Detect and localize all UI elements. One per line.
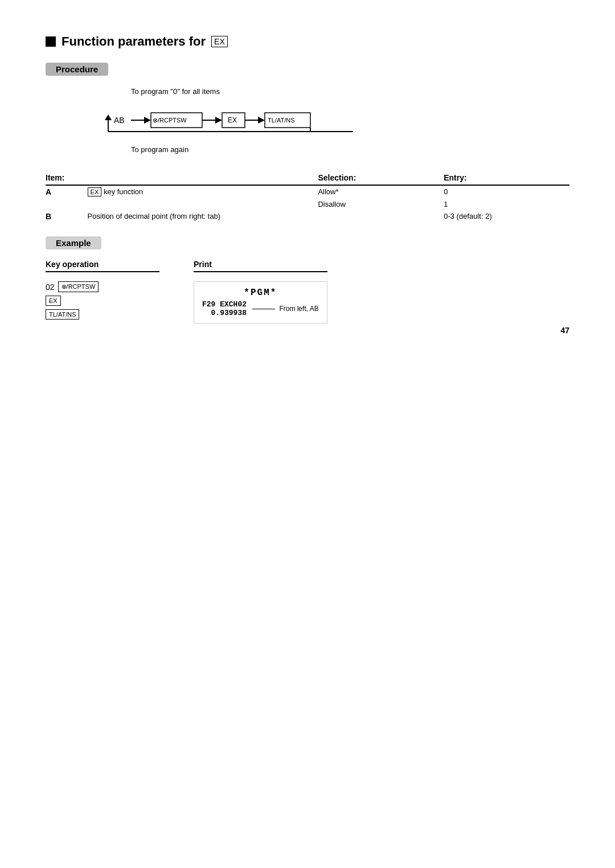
ex-key-inline: EX	[88, 187, 102, 196]
key-row-3: TL/AT/NS	[46, 309, 79, 320]
svg-marker-5	[144, 117, 151, 124]
print-line1-container: F29 EXCH 02 0.939938 From left, AB	[202, 300, 319, 317]
item-b-desc: Position of decimal point (from right: t…	[88, 210, 318, 223]
flow-diagram-svg: AB ⊗/RCPTSW EX TL/AT/NS	[80, 100, 376, 140]
key-num-02: 02	[46, 282, 55, 292]
print-receipt: *PGM* F29 EXCH 02 0.939938 From left, AB	[194, 281, 327, 324]
title-text: Function parameters for	[62, 34, 206, 49]
table-row: A EX key function Allow* 0	[46, 185, 569, 198]
print-line1-left: F29 EXCH	[202, 300, 237, 309]
print-line2: 0.939938	[202, 309, 247, 317]
section-title: Function parameters for EX	[46, 34, 569, 49]
example-section: Key operation 02 ⊗/RCPTSW EX TL/AT/NS Pr…	[46, 260, 569, 324]
print-note: From left, AB	[252, 305, 319, 313]
item-a-sel2: Disallow	[318, 198, 444, 210]
item-a-desc: EX key function	[88, 185, 318, 198]
item-letter-b: B	[46, 210, 88, 223]
procedure-diagram: To program "0" for all items AB ⊗/RCPTSW…	[80, 87, 569, 154]
svg-text:TL/AT/NS: TL/AT/NS	[268, 117, 294, 124]
svg-text:AB: AB	[114, 116, 125, 125]
tlatns-key: TL/AT/NS	[46, 309, 79, 320]
print-line1-right: 02	[237, 300, 247, 309]
key-row-2: EX	[46, 296, 61, 306]
rcptsw-key: ⊗/RCPTSW	[58, 281, 99, 292]
print-header: Print	[194, 260, 327, 272]
item-a-sel1: Allow*	[318, 185, 444, 198]
ex-key-box: EX	[211, 36, 228, 47]
ex-key-example: EX	[46, 296, 61, 306]
diagram-label-top: To program "0" for all items	[131, 87, 569, 96]
page: Function parameters for EX Procedure To …	[0, 0, 615, 358]
black-square-icon	[46, 36, 56, 47]
table-header-selection: Selection:	[318, 171, 444, 185]
print-pgm-line: *PGM*	[202, 288, 319, 298]
parameter-table: Item: Selection: Entry: A EX key functio…	[46, 171, 569, 223]
table-row: Disallow 1	[46, 198, 569, 210]
item-a-entry2: 1	[444, 198, 569, 210]
svg-marker-2	[105, 114, 112, 120]
svg-text:EX: EX	[228, 116, 237, 124]
print-column: Print *PGM* F29 EXCH 02 0.939938 From le…	[194, 260, 327, 324]
procedure-badge: Procedure	[46, 63, 108, 76]
item-b-entry: 0-3 (default: 2)	[444, 210, 569, 223]
table-header-entry: Entry:	[444, 171, 569, 185]
diagram-label-bottom: To program again	[131, 145, 569, 154]
item-a-entry1: 0	[444, 185, 569, 198]
item-letter-a: A	[46, 185, 88, 198]
example-badge: Example	[46, 236, 101, 249]
svg-marker-9	[215, 117, 222, 124]
table-row: B Position of decimal point (from right:…	[46, 210, 569, 223]
key-op-header: Key operation	[46, 260, 159, 272]
key-sequence: 02 ⊗/RCPTSW EX TL/AT/NS	[46, 281, 159, 320]
note-line-icon	[252, 309, 275, 309]
table-header-desc	[88, 171, 318, 185]
print-line1: F29 EXCH 02	[202, 300, 247, 309]
item-b-sel	[318, 210, 444, 223]
key-row-1: 02 ⊗/RCPTSW	[46, 281, 99, 292]
svg-marker-13	[258, 117, 265, 124]
page-number: 47	[560, 326, 569, 335]
item-a-desc-text: key function	[104, 187, 143, 196]
table-header-item: Item:	[46, 171, 88, 185]
key-operation-column: Key operation 02 ⊗/RCPTSW EX TL/AT/NS	[46, 260, 159, 320]
svg-text:⊗/RCPTSW: ⊗/RCPTSW	[153, 117, 187, 124]
